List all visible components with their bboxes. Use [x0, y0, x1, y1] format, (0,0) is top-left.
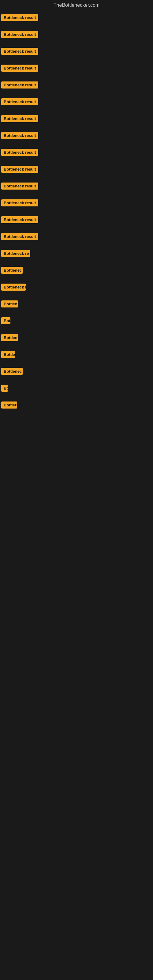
- list-item: Bottleneck result: [0, 45, 153, 62]
- list-item: Bottlenec: [0, 365, 153, 382]
- list-item: Bottleneck result: [0, 146, 153, 163]
- bottleneck-badge[interactable]: Bottleneck result: [1, 14, 38, 21]
- bottleneck-badge[interactable]: Bottleneck result: [1, 166, 38, 173]
- list-item: Bottleneck result: [0, 79, 153, 96]
- bottleneck-badge[interactable]: Bottleneck result: [1, 48, 38, 55]
- list-item: Bottleneck result: [0, 231, 153, 247]
- bottleneck-badge[interactable]: Bottler: [1, 401, 17, 409]
- bottleneck-badge[interactable]: Bottleneck result: [1, 98, 38, 105]
- list-item: Bo: [0, 382, 153, 399]
- bottleneck-badge[interactable]: Bottleneck result: [1, 65, 38, 72]
- list-item: Bottle: [0, 348, 153, 365]
- list-item: Bottleneck result: [0, 130, 153, 146]
- list-item: Bottleneck result: [0, 180, 153, 197]
- bottleneck-list: Bottleneck resultBottleneck resultBottle…: [0, 12, 153, 416]
- list-item: Bottlen: [0, 298, 153, 315]
- site-title: TheBottlenecker.com: [54, 2, 99, 8]
- list-item: Bottleneck r: [0, 281, 153, 298]
- list-item: Bottlenec: [0, 264, 153, 281]
- list-item: Bottleneck result: [0, 29, 153, 45]
- list-item: Bottleneck re: [0, 247, 153, 264]
- bottleneck-badge[interactable]: Bottle: [1, 351, 15, 358]
- bottleneck-badge[interactable]: Bottleneck r: [1, 283, 26, 291]
- bottleneck-badge[interactable]: Bottleneck result: [1, 149, 38, 156]
- list-item: Bottleneck result: [0, 197, 153, 214]
- list-item: Bottleneck result: [0, 96, 153, 113]
- bottleneck-badge[interactable]: Bottlen: [1, 334, 18, 341]
- bottleneck-badge[interactable]: Bottleneck result: [1, 216, 38, 223]
- bottleneck-badge[interactable]: Bottleneck result: [1, 199, 38, 207]
- list-item: Bottlen: [0, 332, 153, 348]
- bottleneck-badge[interactable]: Bottleneck re: [1, 250, 30, 257]
- bottleneck-badge[interactable]: Bot: [1, 317, 10, 324]
- list-item: Bottleneck result: [0, 113, 153, 130]
- list-item: Bottleneck result: [0, 12, 153, 29]
- list-item: Bottleneck result: [0, 62, 153, 79]
- bottleneck-badge[interactable]: Bottlen: [1, 301, 18, 307]
- bottleneck-badge[interactable]: Bottleneck result: [1, 31, 38, 38]
- site-header: TheBottlenecker.com: [0, 0, 153, 12]
- bottleneck-badge[interactable]: Bo: [1, 385, 8, 392]
- bottleneck-badge[interactable]: Bottleneck result: [1, 233, 38, 240]
- list-item: Bottleneck result: [0, 214, 153, 231]
- list-item: Bottler: [0, 399, 153, 416]
- bottleneck-badge[interactable]: Bottleneck result: [1, 183, 38, 189]
- list-item: Bot: [0, 315, 153, 332]
- bottleneck-badge[interactable]: Bottleneck result: [1, 132, 38, 139]
- bottleneck-badge[interactable]: Bottleneck result: [1, 115, 38, 122]
- bottleneck-badge[interactable]: Bottlenec: [1, 267, 22, 274]
- bottleneck-badge[interactable]: Bottlenec: [1, 368, 22, 375]
- bottleneck-badge[interactable]: Bottleneck result: [1, 81, 38, 89]
- list-item: Bottleneck result: [0, 163, 153, 180]
